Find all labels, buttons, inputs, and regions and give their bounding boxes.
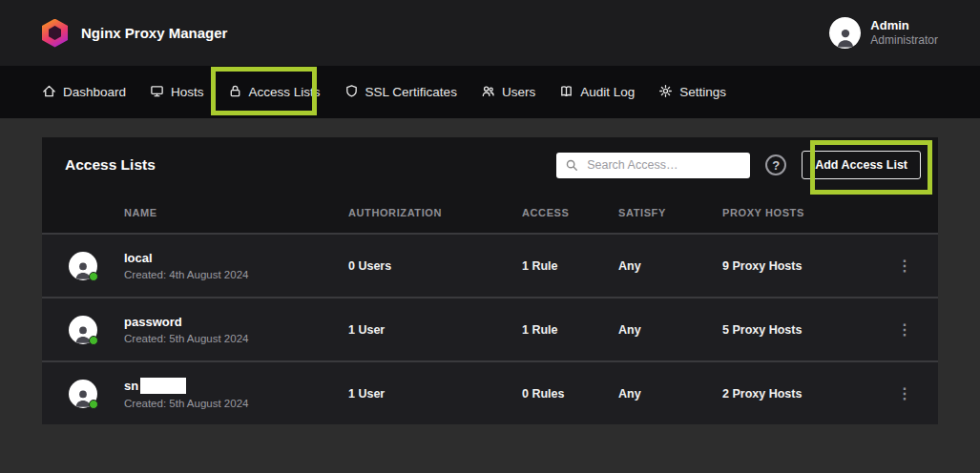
user-text: Admin Administrator [870,18,938,48]
table-row: password Created: 5th August 2024 1 User… [42,297,938,360]
nav-item-access-lists[interactable]: Access Lists [228,84,321,101]
users-icon [481,84,495,101]
main-nav: Dashboard Hosts Access Lists SSL Certifi… [0,66,980,118]
row-avatar [69,380,97,408]
column-header-name: NAME [124,207,348,218]
access-list-created: Created: 5th August 2024 [124,398,348,409]
search-icon [565,158,578,172]
topbar: Nginx Proxy Manager Admin Administrator [0,0,980,66]
nav-item-audit-log[interactable]: Audit Log [559,84,635,101]
lock-icon [228,84,242,101]
app-brand[interactable]: Nginx Proxy Manager [42,19,227,48]
cell-authorization: 1 User [348,323,522,337]
column-header-access: ACCESS [522,207,618,218]
panel-header: Access Lists ? Add Access List [42,137,938,193]
cell-satisfy: Any [618,323,722,337]
nav-item-label: Users [502,85,535,99]
access-list-created: Created: 5th August 2024 [124,333,348,344]
gear-icon [658,84,673,101]
nav-item-label: SSL Certificates [365,85,457,99]
cell-authorization: 1 User [348,387,522,401]
table-header-row: NAME AUTHORIZATION ACCESS SATISFY PROXY … [42,193,938,233]
column-header-satisfy: SATISFY [618,207,722,218]
row-avatar [69,252,97,280]
screen: Nginx Proxy Manager Admin Administrator … [0,0,980,473]
row-avatar [69,316,97,344]
monitor-icon [150,84,164,101]
nav-item-users[interactable]: Users [481,84,535,101]
table-row: sn Created: 5th August 2024 1 User 0 Rul… [42,360,938,424]
nav-item-label: Audit Log [580,85,635,99]
cell-satisfy: Any [618,387,722,401]
book-icon [559,84,573,101]
column-header-proxy-hosts: PROXY HOSTS [722,207,871,218]
user-avatar [829,17,861,49]
cell-satisfy: Any [618,259,722,273]
cell-proxy-hosts: 5 Proxy Hosts [722,323,871,337]
access-list-name: password [124,315,182,329]
nav-item-label: Dashboard [63,85,126,99]
add-access-list-button[interactable]: Add Access List [802,151,921,179]
nav-item-label: Hosts [171,85,204,99]
home-icon [42,84,56,101]
cell-access: 1 Rule [522,323,618,337]
nav-item-label: Access Lists [249,85,321,99]
user-role: Administrator [870,33,938,48]
online-status-dot [89,400,98,409]
panel-title: Access Lists [65,156,556,174]
redaction-box [140,378,186,394]
nav-item-hosts[interactable]: Hosts [150,84,204,101]
cell-access: 1 Rule [522,259,618,273]
app-title: Nginx Proxy Manager [81,25,227,41]
shield-icon [344,84,359,101]
online-status-dot [89,272,98,281]
row-menu-button[interactable]: ⋮ [889,257,920,276]
nav-item-label: Settings [679,85,726,99]
access-list-name: sn [124,379,138,393]
person-icon [833,26,858,49]
cell-proxy-hosts: 9 Proxy Hosts [722,259,871,273]
user-menu[interactable]: Admin Administrator [829,17,938,49]
nav-item-ssl-certificates[interactable]: SSL Certificates [344,84,457,101]
column-header-authorization: AUTHORIZATION [348,207,522,218]
app-logo-icon [42,19,68,48]
search-box [556,153,750,178]
row-menu-button[interactable]: ⋮ [889,320,920,339]
cell-authorization: 0 Users [348,259,522,273]
online-status-dot [89,336,98,345]
nav-item-dashboard[interactable]: Dashboard [42,84,126,101]
nav-item-settings[interactable]: Settings [658,84,726,101]
cell-proxy-hosts: 2 Proxy Hosts [722,387,871,401]
user-name: Admin [870,18,938,33]
help-button[interactable]: ? [765,154,786,175]
search-input[interactable] [585,157,741,173]
access-list-name: local [124,251,153,265]
row-menu-button[interactable]: ⋮ [889,384,920,403]
access-lists-panel: Access Lists ? Add Access List NAME AUTH… [42,137,938,424]
cell-access: 0 Rules [522,387,618,401]
access-list-created: Created: 4th August 2024 [124,269,348,280]
table-row: local Created: 4th August 2024 0 Users 1… [42,233,938,297]
